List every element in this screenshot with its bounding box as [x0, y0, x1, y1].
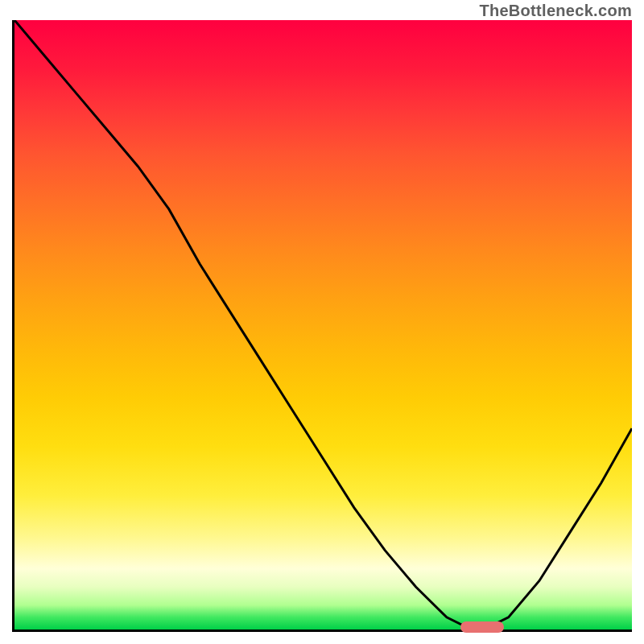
chart-container: TheBottleneck.com	[0, 0, 644, 644]
optimal-marker	[460, 621, 504, 633]
bottleneck-curve	[14, 20, 632, 630]
watermark-text: TheBottleneck.com	[479, 2, 632, 20]
plot-area	[12, 20, 632, 632]
